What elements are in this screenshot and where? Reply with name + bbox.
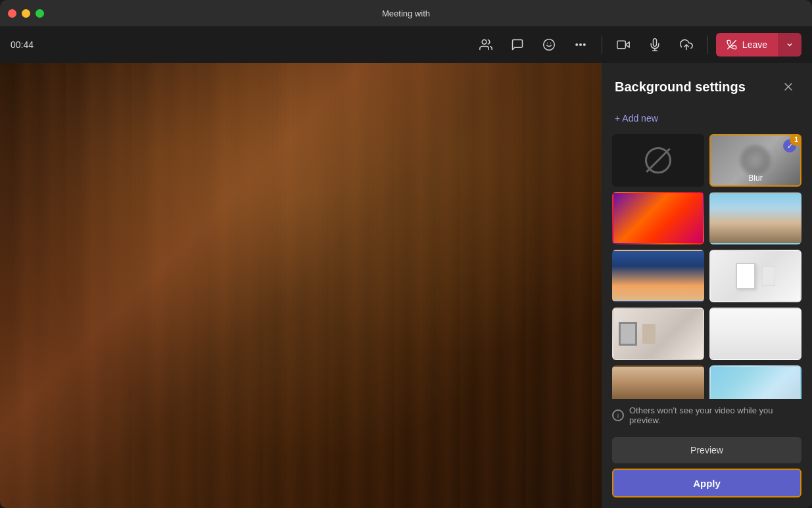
topbar-divider [602,35,602,54]
reactions-button[interactable] [536,32,562,58]
svg-rect-8 [617,41,626,49]
background-abstract[interactable] [612,192,704,244]
topbar: 00:44 [0,26,812,63]
camera-button[interactable] [610,32,636,58]
panel-close-button[interactable] [778,76,799,97]
background-office[interactable] [709,250,801,302]
svg-point-1 [544,39,555,51]
more-icon [574,38,587,51]
background-room-frame[interactable] [612,308,704,360]
window-title: Meeting with [382,9,430,18]
topbar-divider-2 [707,35,708,54]
background-desert[interactable] [612,250,704,302]
panel-buttons: Preview Apply [602,432,812,508]
background-grid: 1 ✓ Blur [602,129,812,399]
selection-badge: 1 [790,134,801,146]
video-area [0,63,602,508]
main-content: Background settings + Add new 1 ✓ Blur [0,63,812,508]
close-button[interactable] [8,9,16,18]
background-settings-panel: Background settings + Add new 1 ✓ Blur [602,63,812,508]
background-blur[interactable]: 1 ✓ Blur [709,134,801,187]
chevron-down-icon [786,41,794,49]
svg-marker-7 [625,42,629,47]
preview-button[interactable]: Preview [612,437,801,463]
no-background-icon [645,147,671,173]
background-terrace[interactable] [709,365,801,399]
reactions-icon [542,38,556,51]
video-background [0,63,602,508]
traffic-lights [8,9,44,18]
chat-icon [511,38,524,51]
participants-icon [479,38,492,51]
microphone-icon [648,38,661,51]
add-new-button[interactable]: + Add new [602,108,812,129]
share-button[interactable] [673,32,700,58]
panel-title: Background settings [615,80,746,95]
bookshelf-overlay [0,63,602,508]
camera-icon [617,38,630,51]
preview-notice: i Others won't see your video while you … [602,399,812,432]
panel-header: Background settings [602,63,812,108]
minimize-button[interactable] [22,9,30,18]
close-icon [782,80,795,93]
blur-preview-icon [740,145,771,176]
phone-icon [727,39,737,50]
svg-point-4 [576,44,578,46]
titlebar: Meeting with [0,0,812,26]
share-icon [680,38,693,51]
leave-label: Leave [742,39,767,50]
add-new-label: + Add new [615,113,658,124]
microphone-button[interactable] [642,32,668,58]
maximize-button[interactable] [36,9,44,18]
leave-dropdown-button[interactable] [778,33,801,57]
leave-button[interactable]: Leave [716,33,778,57]
notice-text: Others won't see your video while you pr… [629,405,801,425]
call-timer: 00:44 [11,39,37,50]
info-icon: i [612,409,624,421]
background-warm-corridor[interactable] [612,365,704,399]
apply-button[interactable]: Apply [612,469,801,497]
svg-point-6 [583,44,585,46]
blur-label: Blur [711,173,800,183]
more-button[interactable] [567,32,594,58]
leave-group: Leave [716,33,801,57]
background-none[interactable] [612,134,704,187]
participants-button[interactable] [473,32,499,58]
background-white-room[interactable] [709,308,801,360]
background-hallway[interactable] [709,192,801,244]
svg-point-0 [482,40,487,45]
topbar-actions: Leave [473,32,801,58]
chat-button[interactable] [504,32,531,58]
svg-point-5 [580,44,582,46]
